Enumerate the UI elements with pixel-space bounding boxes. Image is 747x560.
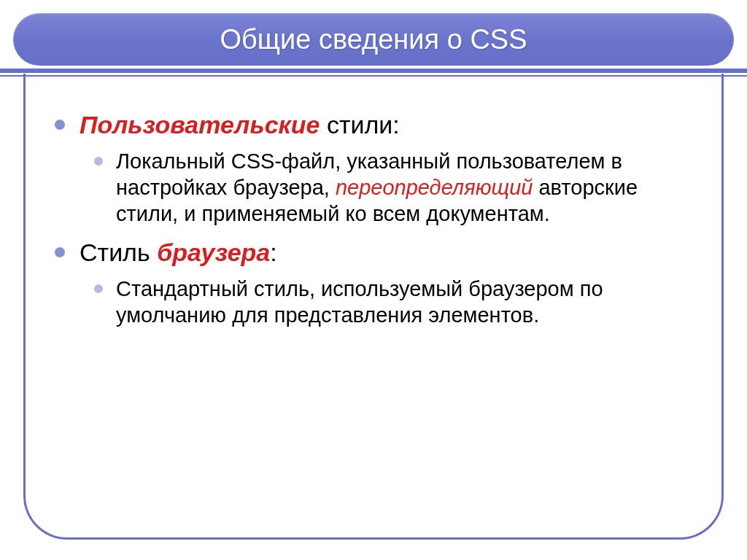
text: Стандартный стиль, используемый браузеро… xyxy=(116,277,603,327)
emphasis-text: браузера xyxy=(157,238,270,266)
bullet-icon xyxy=(94,284,103,293)
slide-content: Пользовательские стили: Локальный CSS-фа… xyxy=(55,109,692,338)
text: стили: xyxy=(320,111,400,139)
slide-title: Общие сведения о CSS xyxy=(220,24,527,55)
slide-title-bar: Общие сведения о CSS xyxy=(13,13,734,66)
text: : xyxy=(270,238,276,266)
emphasis-text: переопределяющий xyxy=(336,176,533,199)
sub-list-item: Локальный CSS-файл, указанный пользовате… xyxy=(94,148,692,228)
list-item: Пользовательские стили: xyxy=(55,109,692,141)
text: Стиль xyxy=(80,238,157,266)
sub-list-item-text: Стандартный стиль, используемый браузеро… xyxy=(116,276,692,329)
bullet-icon xyxy=(55,120,65,130)
emphasis-text: Пользовательские xyxy=(80,111,320,139)
bullet-icon xyxy=(94,157,103,166)
list-item: Стиль браузера: xyxy=(55,237,692,268)
sub-list-item-text: Локальный CSS-файл, указанный пользовате… xyxy=(116,148,692,228)
list-item-text: Пользовательские стили: xyxy=(80,109,400,141)
sub-list-item: Стандартный стиль, используемый браузеро… xyxy=(94,276,692,329)
list-item-text: Стиль браузера: xyxy=(80,237,277,268)
bullet-icon xyxy=(55,247,65,257)
title-underline xyxy=(0,69,747,77)
